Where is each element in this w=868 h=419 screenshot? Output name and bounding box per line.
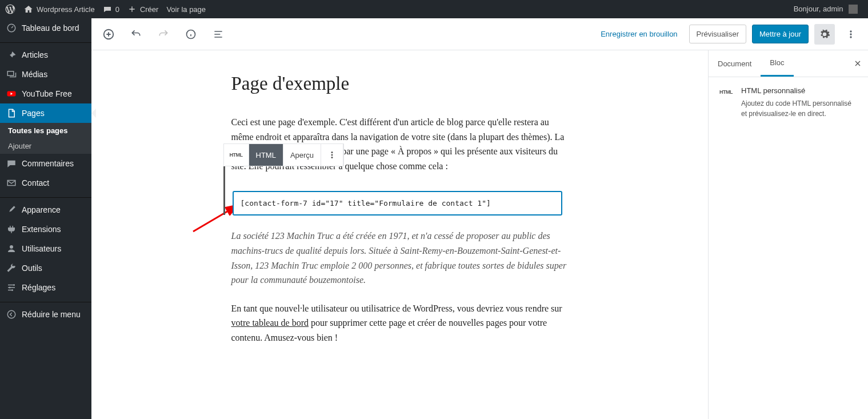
list-icon	[213, 29, 224, 40]
site-name-link[interactable]: Wordpress Article	[24, 5, 95, 14]
comment-icon	[6, 158, 17, 169]
page-title[interactable]: Page d'exemple	[231, 73, 569, 94]
avatar-icon	[849, 5, 858, 14]
save-draft-button[interactable]: Enregistrer en brouillon	[595, 25, 683, 43]
create-new-link[interactable]: Créer	[127, 5, 159, 14]
svg-point-6	[13, 284, 15, 286]
site-name: Wordpress Article	[37, 5, 95, 14]
panel-close-button[interactable]	[847, 59, 868, 68]
sidebar-youtube[interactable]: YouTube Free	[0, 84, 91, 103]
sidebar-settings[interactable]: Réglages	[0, 278, 91, 297]
more-vertical-icon	[845, 29, 857, 40]
settings-panel: Document Bloc HTML HTML personnalisé Ajo…	[708, 50, 868, 419]
svg-point-8	[11, 289, 13, 291]
brush-icon	[6, 205, 17, 215]
info-icon	[185, 29, 197, 40]
block-more-button[interactable]	[321, 144, 343, 166]
comments-count: 0	[115, 5, 119, 14]
sidebar-appearance[interactable]: Apparence	[0, 200, 91, 220]
html-block[interactable]: HTML HTML Aperçu [contact-form-7 id="17"…	[223, 164, 569, 215]
block-tab-html[interactable]: HTML	[249, 144, 283, 166]
svg-point-18	[331, 157, 333, 158]
comment-icon	[103, 5, 112, 14]
sidebar-pages-all[interactable]: Toutes les pages	[0, 123, 91, 138]
sidebar-articles[interactable]: Articles	[0, 45, 91, 65]
block-type-icon[interactable]: HTML	[224, 144, 249, 166]
undo-button[interactable]	[126, 24, 146, 45]
html-block-textarea[interactable]: [contact-form-7 id="17" title="Formulair…	[233, 191, 562, 215]
svg-point-5	[10, 245, 13, 249]
tab-block[interactable]: Bloc	[761, 50, 793, 77]
sidebar-dashboard[interactable]: Tableau de bord	[0, 18, 91, 38]
sidebar-pages[interactable]: Pages	[0, 103, 91, 123]
sidebar-medias[interactable]: Médias	[0, 65, 91, 84]
media-icon	[6, 69, 17, 79]
user-greeting[interactable]: Bonjour, admin	[794, 5, 863, 14]
sidebar-pages-add[interactable]: Ajouter	[0, 138, 91, 154]
admin-bar: Wordpress Article 0 Créer Voir la page B…	[0, 0, 868, 18]
svg-point-14	[850, 36, 851, 38]
view-page-link[interactable]: Voir la page	[166, 5, 206, 14]
plugin-icon	[6, 224, 17, 234]
publish-button[interactable]: Mettre à jour	[752, 25, 809, 43]
info-button[interactable]	[181, 24, 201, 45]
svg-point-7	[9, 287, 11, 289]
gear-icon	[819, 29, 830, 40]
home-icon	[24, 5, 33, 14]
svg-point-13	[850, 33, 851, 35]
create-label: Créer	[140, 5, 159, 14]
block-tab-preview[interactable]: Aperçu	[283, 144, 321, 166]
paragraph-block-quote[interactable]: La société 123 Machin Truc a été créée e…	[231, 229, 569, 287]
plus-circle-icon	[102, 28, 115, 41]
svg-point-16	[331, 151, 333, 153]
page-icon	[6, 108, 17, 118]
block-type-description: Ajoutez du code HTML personnalisé et pré…	[741, 98, 859, 119]
block-type-badge: HTML	[718, 87, 734, 97]
mail-icon	[6, 178, 17, 188]
svg-point-9	[7, 310, 15, 318]
svg-point-12	[850, 30, 851, 32]
redo-icon	[158, 29, 169, 40]
svg-rect-2	[7, 71, 14, 76]
pin-icon	[6, 50, 17, 60]
comments-link[interactable]: 0	[103, 5, 119, 14]
more-vertical-icon	[327, 150, 337, 160]
svg-rect-0	[849, 5, 858, 14]
block-type-title: HTML personnalisé	[741, 86, 859, 95]
sidebar-comments[interactable]: Commentaires	[0, 154, 91, 173]
wordpress-icon	[5, 3, 16, 15]
sidebar-extensions[interactable]: Extensions	[0, 220, 91, 239]
plus-icon	[127, 5, 137, 14]
user-icon	[6, 244, 17, 254]
sliders-icon	[6, 282, 17, 293]
undo-icon	[130, 29, 142, 40]
sidebar-contact[interactable]: Contact	[0, 173, 91, 193]
tab-document[interactable]: Document	[709, 51, 761, 76]
settings-toggle-button[interactable]	[814, 24, 835, 45]
more-options-button[interactable]	[841, 24, 861, 45]
view-page-label: Voir la page	[166, 5, 206, 14]
preview-button[interactable]: Prévisualiser	[689, 25, 746, 43]
wrench-icon	[6, 263, 17, 273]
add-block-button[interactable]	[98, 24, 119, 45]
admin-sidebar: Tableau de bord Articles Médias YouTube …	[0, 18, 91, 419]
youtube-icon	[6, 89, 17, 99]
sidebar-users[interactable]: Utilisateurs	[0, 239, 91, 258]
close-icon	[853, 59, 862, 68]
dashboard-icon	[6, 23, 17, 33]
sidebar-tools[interactable]: Outils	[0, 258, 91, 278]
editor-canvas[interactable]: Page d'exemple Ceci est une page d'exemp…	[91, 50, 708, 419]
editor-topbar: Enregistrer en brouillon Prévisualiser M…	[91, 18, 868, 50]
wp-logo[interactable]	[5, 3, 16, 15]
outline-button[interactable]	[208, 24, 229, 45]
dashboard-link[interactable]: votre tableau de bord	[231, 318, 309, 328]
block-toolbar: HTML HTML Aperçu	[223, 143, 345, 166]
redo-button	[153, 24, 174, 45]
paragraph-block[interactable]: En tant que nouvel·le utilisateur ou uti…	[231, 301, 569, 345]
sidebar-collapse[interactable]: Réduire le menu	[0, 305, 91, 324]
collapse-icon	[6, 309, 17, 320]
svg-point-17	[331, 154, 333, 156]
